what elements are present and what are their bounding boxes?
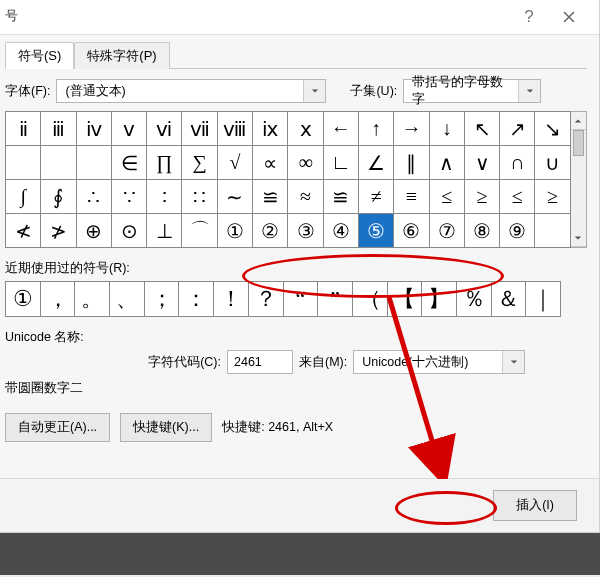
subset-combo[interactable]: 带括号的字母数字 (403, 79, 541, 103)
autocorrect-button[interactable]: 自动更正(A)... (5, 413, 110, 442)
scroll-track[interactable] (571, 130, 586, 229)
symbol-cell[interactable]: ∷ (182, 180, 217, 214)
insert-button[interactable]: 插入(I) (493, 490, 577, 521)
symbol-cell[interactable]: ① (218, 214, 253, 248)
symbol-cell[interactable]: ⅷ (218, 112, 253, 146)
symbol-cell[interactable]: ⑥ (394, 214, 429, 248)
symbol-cell[interactable]: ⅸ (253, 112, 288, 146)
recent-cell[interactable]: ＆ (491, 281, 527, 317)
tab-special[interactable]: 特殊字符(P) (74, 42, 169, 69)
symbol-cell[interactable]: ④ (324, 214, 359, 248)
symbol-cell[interactable]: ∴ (77, 180, 112, 214)
symbol-cell[interactable]: ⅹ (288, 112, 323, 146)
symbol-cell[interactable]: → (394, 112, 429, 146)
symbol-cell[interactable]: ⑧ (465, 214, 500, 248)
symbol-cell[interactable]: ↘ (535, 112, 570, 146)
recent-cell[interactable]: ％ (456, 281, 492, 317)
recent-cell[interactable]: ， (40, 281, 76, 317)
symbol-cell[interactable]: ≮ (6, 214, 41, 248)
scroll-thumb[interactable] (573, 130, 584, 156)
symbol-cell[interactable]: ⊕ (77, 214, 112, 248)
symbol-cell[interactable]: ③ (288, 214, 323, 248)
shortcut-button[interactable]: 快捷键(K)... (120, 413, 212, 442)
recent-cell[interactable]: ： (178, 281, 214, 317)
symbol-cell[interactable]: ⑨ (500, 214, 535, 248)
symbol-cell[interactable]: ∑ (182, 146, 217, 180)
symbol-cell[interactable]: ∩ (500, 146, 535, 180)
symbol-cell[interactable]: ≠ (359, 180, 394, 214)
symbol-cell[interactable]: ≥ (535, 180, 570, 214)
symbol-cell[interactable] (41, 146, 76, 180)
symbol-cell[interactable] (77, 146, 112, 180)
char-code-label: 字符代码(C): (5, 354, 221, 371)
symbol-cell[interactable]: ≌ (253, 180, 288, 214)
recent-cell[interactable]: 【 (387, 281, 423, 317)
symbol-cell[interactable]: ∟ (324, 146, 359, 180)
symbol-cell[interactable] (6, 146, 41, 180)
symbol-cell[interactable]: ∮ (41, 180, 76, 214)
symbol-cell[interactable]: ≌ (324, 180, 359, 214)
close-button[interactable] (549, 2, 589, 32)
symbol-cell[interactable]: ∞ (288, 146, 323, 180)
symbol-cell[interactable]: ≡ (394, 180, 429, 214)
symbol-cell[interactable]: ⊥ (147, 214, 182, 248)
symbol-cell[interactable]: ∠ (359, 146, 394, 180)
symbol-cell[interactable]: ≥ (465, 180, 500, 214)
symbol-cell[interactable]: ∫ (6, 180, 41, 214)
recent-cell[interactable]: ① (5, 281, 41, 317)
scroll-up-icon[interactable] (571, 112, 586, 130)
grid-scrollbar[interactable] (571, 111, 587, 248)
symbol-cell[interactable]: ∧ (430, 146, 465, 180)
symbol-cell[interactable]: ≯ (41, 214, 76, 248)
symbol-cell[interactable]: ∝ (253, 146, 288, 180)
symbol-cell[interactable]: ∪ (535, 146, 570, 180)
symbol-cell[interactable]: ≤ (430, 180, 465, 214)
symbol-cell[interactable]: ← (324, 112, 359, 146)
recent-cell[interactable]: ！ (213, 281, 249, 317)
from-combo[interactable]: Unicode(十六进制) (353, 350, 525, 374)
recent-cell[interactable]: ” (317, 281, 353, 317)
char-code-input[interactable]: 2461 (227, 350, 293, 374)
symbol-cell[interactable]: ② (253, 214, 288, 248)
symbol-cell[interactable]: ⑦ (430, 214, 465, 248)
symbol-cell[interactable]: ⅳ (77, 112, 112, 146)
symbol-cell[interactable]: ∶ (147, 180, 182, 214)
font-combo[interactable]: (普通文本) (56, 79, 326, 103)
symbol-cell[interactable]: √ (218, 146, 253, 180)
recent-cell[interactable]: ？ (248, 281, 284, 317)
recent-label: 近期使用过的符号(R): (5, 260, 587, 277)
symbol-cell[interactable]: ∼ (218, 180, 253, 214)
symbol-cell[interactable]: ↖ (465, 112, 500, 146)
symbol-cell[interactable] (535, 214, 570, 248)
symbol-cell[interactable]: ⌒ (182, 214, 217, 248)
recent-cell[interactable]: ； (144, 281, 180, 317)
symbol-cell[interactable]: ⅲ (41, 112, 76, 146)
symbol-cell[interactable]: ∥ (394, 146, 429, 180)
symbol-cell[interactable]: ⅴ (112, 112, 147, 146)
recent-cell[interactable]: ｜ (525, 281, 561, 317)
symbol-cell[interactable]: ∏ (147, 146, 182, 180)
symbol-cell[interactable]: ∵ (112, 180, 147, 214)
symbol-cell[interactable]: ∈ (112, 146, 147, 180)
symbol-cell[interactable]: ↓ (430, 112, 465, 146)
symbol-cell[interactable]: ⊙ (112, 214, 147, 248)
tab-symbols[interactable]: 符号(S) (5, 42, 74, 69)
symbol-cell[interactable]: ⅵ (147, 112, 182, 146)
symbol-cell[interactable]: ⑤ (359, 214, 394, 248)
symbol-cell[interactable]: ↑ (359, 112, 394, 146)
recent-cell[interactable]: 、 (109, 281, 145, 317)
scroll-down-icon[interactable] (571, 229, 586, 247)
symbol-cell[interactable]: ⅱ (6, 112, 41, 146)
chevron-down-icon (303, 80, 325, 102)
symbol-cell[interactable]: ≈ (288, 180, 323, 214)
symbol-cell[interactable]: ≤ (500, 180, 535, 214)
footer-strip (0, 533, 600, 575)
recent-cell[interactable]: （ (352, 281, 388, 317)
help-button[interactable]: ? (509, 2, 549, 32)
symbol-cell[interactable]: ⅶ (182, 112, 217, 146)
recent-cell[interactable]: 。 (74, 281, 110, 317)
symbol-cell[interactable]: ↗ (500, 112, 535, 146)
symbol-cell[interactable]: ∨ (465, 146, 500, 180)
recent-cell[interactable]: “ (283, 281, 319, 317)
recent-cell[interactable]: 】 (421, 281, 457, 317)
